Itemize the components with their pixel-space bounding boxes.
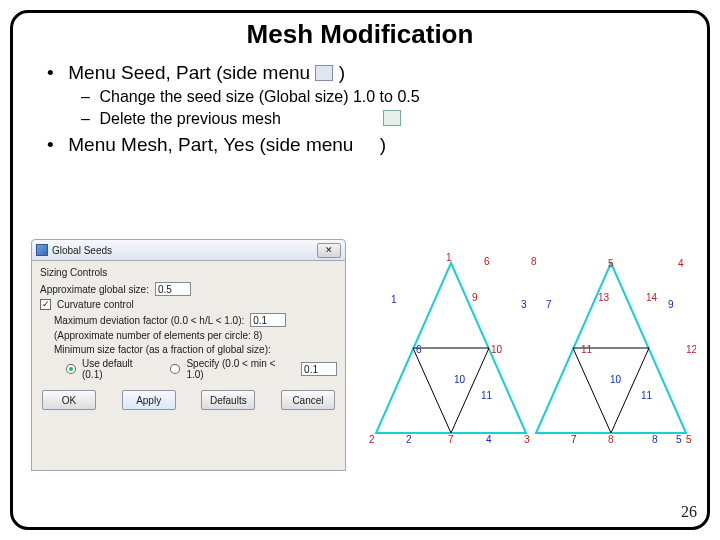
max-dev-row: Maximum deviation factor (0.0 < h/L < 1.… [54,313,337,327]
subbullet-change-seed-text: Change the seed size (Global size) 1.0 t… [99,88,419,105]
min-size-label: Minimum size factor (as a fraction of gl… [54,344,271,355]
svg-text:4: 4 [486,434,492,443]
defaults-button[interactable]: Defaults [201,390,255,410]
svg-text:7: 7 [546,299,552,310]
svg-text:3: 3 [521,299,527,310]
max-dev-value: 0.1 [253,315,267,326]
svg-text:7: 7 [448,434,454,443]
ok-label: OK [62,395,76,406]
svg-text:11: 11 [641,390,653,401]
dialog-titlebar: Global Seeds ✕ [31,239,346,261]
svg-text:8: 8 [652,434,658,443]
svg-text:2: 2 [406,434,412,443]
dash-icon: – [81,110,95,128]
bullet-mesh-text-pre: Menu Mesh, Part, Yes (side menu [68,134,353,155]
svg-text:1: 1 [391,294,397,305]
dialog-buttons: OK Apply Defaults Cancel [40,390,337,410]
subbullet-change-seed: – Change the seed size (Global size) 1.0… [81,88,687,106]
approx-elems-row: (Approximate number of elements per circ… [54,330,337,341]
svg-line-3 [413,348,451,433]
dialog-title: Global Seeds [52,245,112,256]
ok-button[interactable]: OK [42,390,96,410]
svg-text:8: 8 [608,434,614,443]
svg-text:4: 4 [678,258,684,269]
figures-area: Global Seeds ✕ Sizing Controls Approxima… [31,239,689,497]
cancel-label: Cancel [292,395,323,406]
curvature-label: Curvature control [57,299,134,310]
bullet-icon: • [47,134,63,156]
svg-text:13: 13 [598,292,610,303]
svg-text:3: 3 [524,434,530,443]
svg-text:6: 6 [416,344,422,355]
slide-frame: Mesh Modification • Menu Seed, Part (sid… [10,10,710,530]
mesh-diagram: 1 2 3 4 5 6 7 8 9 10 11 12 13 14 8 5 [366,253,696,443]
bullet-mesh-part: • Menu Mesh, Part, Yes (side menu ) [47,134,687,156]
curvature-row: Curvature control [40,299,337,310]
svg-text:11: 11 [481,390,493,401]
specify-radio[interactable] [170,364,180,374]
curvature-checkbox[interactable] [40,299,51,310]
use-default-radio[interactable] [66,364,76,374]
max-dev-field[interactable]: 0.1 [250,313,286,327]
dash-icon: – [81,88,95,106]
cancel-button[interactable]: Cancel [281,390,335,410]
bullet-seed-text-pre: Menu Seed, Part (side menu [68,62,310,83]
svg-text:5: 5 [686,434,692,443]
apply-label: Apply [136,395,161,406]
svg-text:12: 12 [686,344,696,355]
svg-text:8: 8 [531,256,537,267]
max-dev-label: Maximum deviation factor (0.0 < h/L < 1.… [54,315,244,326]
sizing-controls-label: Sizing Controls [40,267,337,278]
subbullet-delete-mesh: – Delete the previous mesh [81,110,687,128]
svg-text:2: 2 [369,434,375,443]
svg-text:11: 11 [581,344,593,355]
mesh-svg: 1 2 3 4 5 6 7 8 9 10 11 12 13 14 8 5 [366,253,696,443]
svg-text:5: 5 [608,258,614,269]
app-cube-icon [36,244,48,256]
svg-text:7: 7 [571,434,577,443]
svg-text:10: 10 [610,374,622,385]
global-seeds-dialog: Global Seeds ✕ Sizing Controls Approxima… [31,239,346,471]
svg-text:5: 5 [676,434,682,443]
svg-line-6 [573,348,611,433]
approx-size-field[interactable]: 0.5 [155,282,191,296]
delete-mesh-icon [383,110,401,126]
approx-size-row: Approximate global size: 0.5 [40,282,337,296]
slide-content: • Menu Seed, Part (side menu ) – Change … [13,50,707,156]
svg-text:10: 10 [491,344,503,355]
svg-text:1: 1 [446,253,452,263]
specify-label: Specify (0.0 < min < 1.0) [186,358,295,380]
svg-text:6: 6 [484,256,490,267]
subbullet-delete-mesh-text: Delete the previous mesh [99,110,280,127]
approx-size-value: 0.5 [158,284,172,295]
slide-title: Mesh Modification [13,19,707,50]
svg-text:10: 10 [454,374,466,385]
svg-text:14: 14 [646,292,658,303]
min-size-row: Minimum size factor (as a fraction of gl… [54,344,337,355]
bullet-icon: • [47,62,63,84]
seed-tool-icon [315,65,333,81]
bullet-mesh-text-post: ) [380,134,386,155]
apply-button[interactable]: Apply [122,390,176,410]
dialog-body: Sizing Controls Approximate global size:… [31,261,346,471]
svg-text:9: 9 [668,299,674,310]
use-default-label: Use default (0.1) [82,358,156,380]
defaults-label: Defaults [210,395,247,406]
close-icon: ✕ [325,245,333,255]
bullet-seed-text-post: ) [339,62,345,83]
approx-elems-label: (Approximate number of elements per circ… [54,330,262,341]
dialog-close-button[interactable]: ✕ [317,243,341,258]
page-number: 26 [681,503,697,521]
specify-value: 0.1 [304,364,318,375]
approx-size-label: Approximate global size: [40,284,149,295]
svg-text:9: 9 [472,292,478,303]
bullet-seed-part: • Menu Seed, Part (side menu ) [47,62,687,84]
specify-field[interactable]: 0.1 [301,362,337,376]
min-size-options-row: Use default (0.1) Specify (0.0 < min < 1… [66,358,337,380]
